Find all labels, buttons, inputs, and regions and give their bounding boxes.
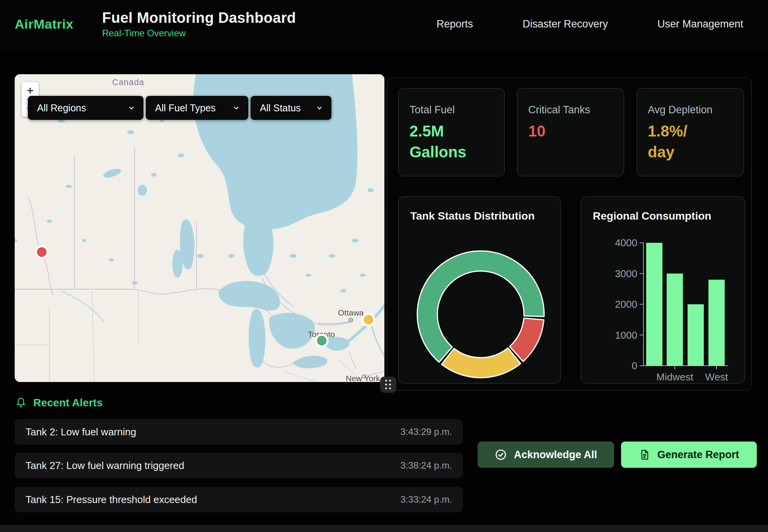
acknowledge-all-button[interactable]: Acknowledge All xyxy=(478,442,614,468)
bar-region-3 xyxy=(688,304,704,366)
chevron-down-icon xyxy=(232,104,241,112)
map-resize-handle[interactable] xyxy=(380,377,396,393)
report-document-icon xyxy=(639,449,650,460)
bar-West xyxy=(708,280,725,366)
nav-item-user-management[interactable]: User Management xyxy=(657,18,743,30)
bell-icon xyxy=(15,397,27,409)
stat-label: Total Fuel xyxy=(410,104,493,116)
map-label-country: Canada xyxy=(112,77,144,87)
alert-time: 3:38:24 p.m. xyxy=(401,460,452,471)
svg-text:4000: 4000 xyxy=(615,237,637,249)
brand-logo: AirMatrix xyxy=(15,17,73,32)
svg-text:0: 0 xyxy=(632,360,637,372)
alert-text: Tank 2: Low fuel warning xyxy=(26,426,401,438)
regional-consumption-chart-card: Regional Consumption 01000200030004000Mi… xyxy=(581,196,745,384)
tank-marker-warning[interactable] xyxy=(363,314,374,326)
regional-consumption-bar-chart: 01000200030004000MidwestWest xyxy=(581,197,745,384)
svg-text:3000: 3000 xyxy=(615,268,637,280)
page-title: Fuel Monitoring Dashboard xyxy=(102,10,296,26)
stat-card-critical-tanks: Critical Tanks 10 xyxy=(517,88,624,176)
alert-row[interactable]: Tank 15: Pressure threshold exceeded 3:3… xyxy=(15,487,463,512)
main-nav: Reports Disaster Recovery User Managemen… xyxy=(437,18,743,30)
svg-text:Midwest: Midwest xyxy=(656,371,693,383)
alert-text: Tank 15: Pressure threshold exceeded xyxy=(26,494,401,506)
tank-status-donut-chart xyxy=(415,249,546,380)
stat-label: Critical Tanks xyxy=(528,104,613,116)
status-filter-value: All Status xyxy=(260,102,310,114)
nav-item-disaster-recovery[interactable]: Disaster Recovery xyxy=(522,18,608,30)
alert-time: 3:33:24 p.m. xyxy=(401,494,452,505)
bar-region-1 xyxy=(646,243,662,366)
acknowledge-all-label: Acknowledge All xyxy=(514,449,597,461)
svg-text:1000: 1000 xyxy=(615,329,637,341)
stat-value: 10 xyxy=(528,121,613,142)
chevron-down-icon xyxy=(127,104,136,112)
title-block: Fuel Monitoring Dashboard Real-Time Over… xyxy=(102,10,296,39)
tank-map[interactable]: Canada Ottawa Toronto New York + − All R… xyxy=(15,74,384,382)
generate-report-label: Generate Report xyxy=(657,449,739,461)
tank-marker-normal[interactable] xyxy=(316,335,328,346)
bar-Midwest xyxy=(667,274,683,366)
alerts-title: Recent Alerts xyxy=(33,397,102,409)
top-navbar: AirMatrix Fuel Monitoring Dashboard Real… xyxy=(0,0,768,48)
status-filter-dropdown[interactable]: All Status xyxy=(251,96,331,120)
bottom-bar xyxy=(0,525,768,532)
map-label-new-york: New York xyxy=(346,374,380,382)
svg-text:2000: 2000 xyxy=(615,298,637,310)
tank-marker-critical[interactable] xyxy=(36,246,48,258)
map-canvas: Canada Ottawa Toronto New York xyxy=(15,74,384,382)
region-filter-dropdown[interactable]: All Regions xyxy=(28,96,143,120)
alert-row[interactable]: Tank 27: Low fuel warning triggered 3:38… xyxy=(15,453,463,478)
donut-segment-warning xyxy=(442,348,521,378)
stat-value: 2.5M Gallons xyxy=(410,121,493,162)
fuel-monitoring-dashboard: AirMatrix Fuel Monitoring Dashboard Real… xyxy=(0,0,768,532)
alert-text: Tank 27: Low fuel warning triggered xyxy=(26,460,401,472)
alert-row[interactable]: Tank 2: Low fuel warning 3:43:29 p.m. xyxy=(15,419,463,445)
stat-label: Avg Depletion xyxy=(648,104,733,116)
fuel-type-filter-value: All Fuel Types xyxy=(155,102,227,114)
stat-value: 1.8%/ day xyxy=(648,121,733,162)
generate-report-button[interactable]: Generate Report xyxy=(621,442,757,468)
svg-text:West: West xyxy=(705,371,729,383)
check-circle-icon xyxy=(495,448,507,461)
alert-time: 3:43:29 p.m. xyxy=(401,426,452,437)
fuel-type-filter-dropdown[interactable]: All Fuel Types xyxy=(146,96,248,120)
chevron-down-icon xyxy=(315,104,324,112)
map-label-ottawa: Ottawa xyxy=(338,308,364,317)
page-subtitle: Real-Time Overview xyxy=(102,28,296,39)
ottawa-town-icon xyxy=(349,318,353,322)
tank-status-chart-card: Tank Status Distribution xyxy=(398,196,561,384)
region-filter-value: All Regions xyxy=(37,102,122,114)
alerts-header: Recent Alerts xyxy=(15,397,102,409)
nav-item-reports[interactable]: Reports xyxy=(437,18,473,30)
donut-segment-critical xyxy=(510,318,544,361)
map-filters: All Regions All Fuel Types All Status xyxy=(28,96,331,120)
stat-card-avg-depletion: Avg Depletion 1.8%/ day xyxy=(637,88,744,176)
chart-title: Tank Status Distribution xyxy=(410,210,535,222)
stat-card-total-fuel: Total Fuel 2.5M Gallons xyxy=(398,88,505,176)
